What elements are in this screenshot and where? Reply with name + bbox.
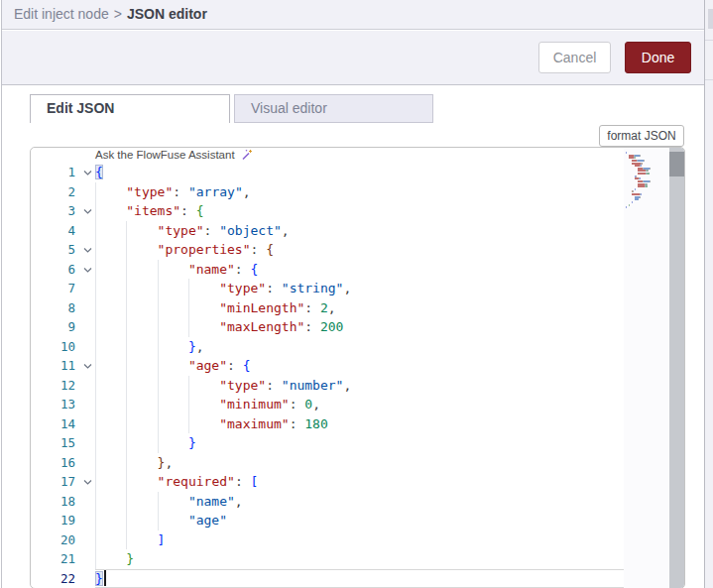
code-text[interactable]: "maxLength": 200 bbox=[95, 317, 624, 337]
indent-guide bbox=[95, 433, 126, 453]
indent-guide bbox=[158, 433, 188, 453]
code-text[interactable]: }, bbox=[95, 337, 624, 357]
code-line-19[interactable]: 19"age" bbox=[31, 511, 624, 530]
breadcrumb-parent[interactable]: Edit inject node bbox=[14, 6, 109, 22]
code-text[interactable]: "age": { bbox=[95, 356, 624, 376]
fold-gutter bbox=[79, 492, 95, 512]
fold-gutter bbox=[79, 182, 95, 202]
code-line-7[interactable]: 7"type": "string", bbox=[31, 279, 624, 298]
fold-gutter bbox=[79, 511, 95, 530]
line-number: 3 bbox=[31, 201, 75, 221]
code-line-1[interactable]: 1{ bbox=[31, 163, 624, 182]
fold-gutter bbox=[79, 395, 95, 414]
code-text[interactable]: "minimum": 0, bbox=[95, 395, 624, 414]
json-code-editor[interactable]: Ask the FlowFuse Assistant 1{2"type": "a… bbox=[30, 147, 685, 588]
editor-scrollbar-track[interactable] bbox=[669, 148, 684, 588]
fold-chevron-icon[interactable] bbox=[79, 201, 95, 221]
indent-guide bbox=[126, 279, 157, 298]
fold-chevron-icon[interactable] bbox=[79, 240, 95, 260]
code-text[interactable]: "name": { bbox=[95, 260, 624, 280]
line-number: 6 bbox=[31, 260, 75, 280]
minimap-line bbox=[626, 206, 669, 208]
code-line-9[interactable]: 9"maxLength": 200 bbox=[31, 317, 624, 337]
indent-guide bbox=[158, 260, 188, 280]
code-line-10[interactable]: 10}, bbox=[31, 337, 624, 357]
indent-guide bbox=[95, 221, 126, 241]
code-text[interactable]: }, bbox=[95, 453, 624, 473]
code-line-13[interactable]: 13"minimum": 0, bbox=[31, 395, 624, 414]
code-line-18[interactable]: 18"name", bbox=[31, 492, 624, 512]
fold-chevron-icon[interactable] bbox=[79, 260, 95, 280]
code-text[interactable]: "required": [ bbox=[95, 472, 624, 492]
code-line-12[interactable]: 12"type": "number", bbox=[31, 376, 624, 396]
code-line-14[interactable]: 14"maximum": 180 bbox=[31, 414, 624, 434]
token-p: , bbox=[243, 184, 251, 199]
token-p: : bbox=[180, 203, 196, 218]
code-line-4[interactable]: 4"type": "object", bbox=[31, 221, 624, 241]
token-p: , bbox=[312, 397, 320, 412]
code-text[interactable]: } bbox=[95, 549, 624, 569]
done-button[interactable]: Done bbox=[625, 42, 691, 73]
code-text[interactable]: "maximum": 180 bbox=[95, 414, 624, 434]
code-line-2[interactable]: 2"type": "array", bbox=[31, 182, 624, 202]
code-lines[interactable]: 1{2"type": "array",3"items": {4"type": "… bbox=[31, 163, 624, 588]
token-s: "string" bbox=[282, 281, 344, 295]
code-line-15[interactable]: 15} bbox=[31, 433, 624, 453]
indent-guide bbox=[158, 298, 188, 318]
token-k: "minimum" bbox=[219, 397, 289, 412]
wand-sparkle-icon bbox=[241, 149, 253, 161]
token-bm: { bbox=[95, 165, 103, 179]
code-line-16[interactable]: 16}, bbox=[31, 453, 624, 473]
indent-guide bbox=[158, 511, 188, 530]
tab-visual-editor[interactable]: Visual editor bbox=[234, 94, 433, 123]
code-line-8[interactable]: 8"minLength": 2, bbox=[31, 298, 624, 318]
code-text[interactable]: ] bbox=[95, 530, 624, 550]
code-text[interactable]: "type": "number", bbox=[95, 376, 624, 396]
code-line-21[interactable]: 21} bbox=[31, 549, 624, 569]
minimap-background bbox=[624, 148, 669, 588]
fold-gutter bbox=[79, 549, 95, 569]
token-p: , bbox=[343, 378, 351, 393]
assistant-hint[interactable]: Ask the FlowFuse Assistant bbox=[95, 149, 253, 163]
code-line-6[interactable]: 6"name": { bbox=[31, 260, 624, 280]
fold-chevron-icon[interactable] bbox=[79, 356, 95, 376]
cancel-button[interactable]: Cancel bbox=[538, 42, 611, 73]
line-number: 9 bbox=[31, 317, 75, 337]
indent-guide bbox=[126, 395, 157, 414]
indent-guide bbox=[95, 337, 126, 357]
token-k: "type" bbox=[158, 223, 204, 238]
code-text[interactable]: "minLength": 2, bbox=[95, 298, 624, 318]
code-text[interactable]: "properties": { bbox=[95, 240, 624, 260]
code-text[interactable]: } bbox=[95, 433, 624, 453]
code-text[interactable]: "name", bbox=[95, 492, 624, 512]
code-text[interactable]: "type": "array", bbox=[95, 182, 624, 202]
code-line-3[interactable]: 3"items": { bbox=[31, 201, 624, 221]
token-s: "array" bbox=[188, 184, 243, 199]
tab-edit-json[interactable]: Edit JSON bbox=[30, 94, 230, 123]
fold-chevron-icon[interactable] bbox=[79, 163, 95, 182]
code-line-5[interactable]: 5"properties": { bbox=[31, 240, 624, 260]
outer-scrollbar-thumb[interactable] bbox=[708, 9, 713, 29]
code-text[interactable]: "type": "string", bbox=[95, 279, 624, 298]
indent-guide bbox=[158, 279, 188, 298]
fold-chevron-icon[interactable] bbox=[79, 472, 95, 492]
code-text[interactable]: "items": { bbox=[95, 201, 624, 221]
code-text[interactable]: } bbox=[95, 569, 624, 588]
breadcrumb-separator: > bbox=[109, 6, 127, 22]
breadcrumb: Edit inject node>JSON editor bbox=[14, 0, 207, 29]
code-line-11[interactable]: 11"age": { bbox=[31, 356, 624, 376]
indent-guide bbox=[126, 240, 157, 260]
code-line-20[interactable]: 20] bbox=[31, 530, 624, 550]
code-line-17[interactable]: 17"required": [ bbox=[31, 472, 624, 492]
indent-guide bbox=[188, 298, 219, 318]
token-n: 200 bbox=[320, 319, 343, 334]
editor-scrollbar-thumb[interactable] bbox=[669, 152, 684, 176]
line-number: 2 bbox=[31, 182, 75, 202]
code-line-22[interactable]: 22} bbox=[31, 569, 624, 588]
code-text[interactable]: "type": "object", bbox=[95, 221, 624, 241]
code-text[interactable]: { bbox=[95, 163, 624, 182]
token-b1: { bbox=[251, 262, 259, 277]
minimap[interactable] bbox=[626, 152, 669, 209]
code-text[interactable]: "age" bbox=[95, 511, 624, 530]
format-json-button[interactable]: format JSON bbox=[599, 125, 684, 147]
